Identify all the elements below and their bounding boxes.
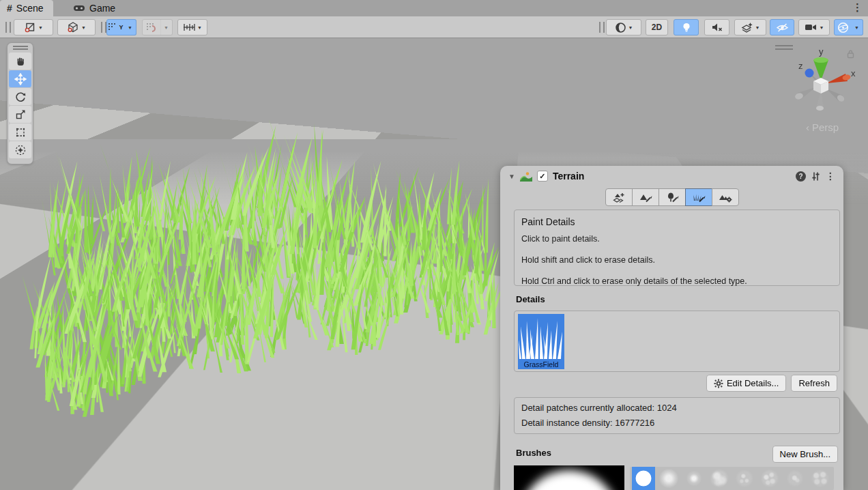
rect-tool-icon — [14, 126, 27, 139]
tool-handle-rotation-button[interactable]: ▼ — [57, 19, 96, 35]
dropdown-icon: ▼ — [128, 25, 132, 30]
brush-thumb-selected[interactable] — [632, 467, 655, 490]
tab-bar: # Scene Game ⋮ — [0, 0, 868, 16]
toolbar-drag-handle[interactable] — [599, 22, 605, 33]
brush-thumb[interactable] — [657, 467, 680, 490]
move-tool[interactable] — [9, 70, 31, 87]
gizmos-toggle[interactable] — [834, 19, 852, 35]
scene-visibility-toggle[interactable] — [770, 19, 794, 35]
scene-camera-button[interactable]: ▼ — [798, 19, 830, 35]
brush-list — [630, 467, 834, 490]
brush-thumb[interactable] — [758, 467, 781, 490]
grid-axis-dropdown[interactable]: ▼ — [124, 19, 136, 35]
details-buttons: Edit Details... Refresh — [706, 375, 837, 392]
grid-axis-button[interactable]: Y — [106, 19, 125, 35]
details-list-box: GrassField — [514, 311, 840, 372]
dropdown-icon: ▼ — [820, 25, 824, 30]
grid-snapping-button[interactable] — [142, 19, 161, 35]
shading-mode-button[interactable]: ▼ — [606, 19, 641, 35]
dropdown-icon: ▼ — [755, 25, 760, 30]
patches-label: Detail patches currently allocated: — [521, 403, 654, 413]
density-value: 16777216 — [615, 418, 654, 428]
view-2d-toggle[interactable]: 2D — [646, 19, 668, 35]
transform-tool[interactable] — [9, 141, 31, 158]
help-line: Hold shift and click to erase details. — [521, 255, 833, 265]
rotate-tool[interactable] — [9, 88, 31, 105]
tab-game-label: Game — [89, 3, 115, 14]
tab-game[interactable]: Game — [66, 0, 125, 16]
brushes-section-label: Brushes — [516, 448, 551, 458]
camera-icon — [805, 23, 818, 32]
persp-label: Persp — [812, 121, 839, 133]
scene-audio-toggle[interactable] — [704, 19, 729, 35]
tool-paint-terrain[interactable] — [632, 188, 659, 206]
brush-thumb[interactable] — [809, 467, 832, 490]
z-axis-label: z — [798, 61, 803, 71]
tools-drag-handle[interactable] — [13, 46, 28, 50]
x-axis-label: x — [851, 68, 856, 78]
dropdown-icon: ▼ — [628, 25, 633, 30]
brush-thumb[interactable] — [708, 467, 731, 490]
panel-menu-icon[interactable]: ⋮ — [826, 171, 835, 182]
help-line: Hold Ctrl and click to erase only detail… — [521, 276, 833, 286]
pivot-icon — [24, 21, 36, 33]
tool-create-neighbor-terrains[interactable] — [605, 188, 633, 206]
refresh-button[interactable]: Refresh — [791, 375, 837, 392]
patches-value: 1024 — [657, 403, 677, 413]
brush-falloff-circle — [519, 470, 619, 490]
tool-terrain-settings[interactable] — [712, 188, 739, 206]
audio-muted-icon — [711, 22, 723, 33]
tool-paint-details[interactable] — [685, 188, 712, 206]
enabled-checkbox[interactable]: ✓ — [537, 171, 548, 182]
toolbar-drag-handle[interactable] — [5, 22, 11, 33]
x-axis[interactable] — [826, 74, 851, 83]
check-icon: ✓ — [539, 172, 545, 181]
gamepad-icon — [73, 4, 85, 12]
perspective-toggle[interactable]: ‹Persp — [792, 121, 853, 133]
scale-tool[interactable] — [9, 106, 31, 123]
effects-layers-icon — [741, 22, 753, 33]
brush-thumb[interactable] — [682, 467, 706, 490]
tabbar-menu-icon[interactable]: ⋮ — [852, 1, 863, 14]
toolbar-drag-handle[interactable] — [101, 22, 106, 33]
scene-effects-button[interactable]: ▼ — [734, 19, 766, 35]
terrain-settings-icon — [718, 192, 733, 203]
cube-orientation-icon — [67, 21, 79, 33]
grid-dots-icon — [108, 23, 116, 32]
scale-icon — [14, 109, 27, 121]
rect-tool[interactable] — [9, 124, 31, 141]
transform-icon — [14, 144, 27, 156]
increment-ruler-icon — [183, 23, 195, 32]
detail-item-grassfield[interactable]: GrassField — [518, 314, 564, 369]
orientation-gizmo[interactable]: y x z — [780, 48, 862, 130]
foldout-icon[interactable]: ▼ — [508, 173, 515, 180]
new-brush-button[interactable]: New Brush... — [772, 446, 838, 463]
brush-thumb[interactable] — [733, 467, 756, 490]
tab-scene[interactable]: # Scene — [0, 0, 53, 16]
presets-icon[interactable] — [811, 171, 821, 182]
paint-trees-icon — [665, 192, 680, 203]
tool-paint-trees[interactable] — [659, 188, 686, 206]
grass-patch — [0, 120, 532, 448]
terrain-component-icon — [520, 171, 532, 182]
paint-details-help-box: Paint Details Click to paint details. Ho… — [514, 210, 840, 286]
grid-snapping-dropdown[interactable]: ▼ — [160, 19, 173, 35]
snap-increment-button[interactable]: ▼ — [177, 19, 207, 35]
eye-slash-icon — [776, 23, 789, 33]
dropdown-icon: ▼ — [38, 25, 43, 30]
y-axis-label: y — [819, 48, 824, 57]
scene-grid-icon: # — [7, 3, 12, 14]
panel-title: Terrain — [553, 171, 584, 182]
rotate-icon — [14, 91, 27, 103]
dropdown-icon: ▼ — [197, 25, 202, 30]
help-icon[interactable]: ? — [796, 171, 806, 182]
tool-handle-position-button[interactable]: ▼ — [14, 19, 53, 35]
scene-toolbar: ▼ ▼ Y ▼ — [0, 16, 868, 38]
help-title: Paint Details — [521, 216, 833, 227]
gizmos-dropdown[interactable]: ▼ — [851, 19, 863, 35]
edit-details-button[interactable]: Edit Details... — [706, 375, 787, 392]
view-hand-tool[interactable] — [9, 53, 31, 70]
scene-lighting-toggle[interactable] — [674, 19, 699, 35]
y-axis[interactable] — [813, 57, 828, 81]
brush-thumb[interactable] — [783, 467, 807, 490]
